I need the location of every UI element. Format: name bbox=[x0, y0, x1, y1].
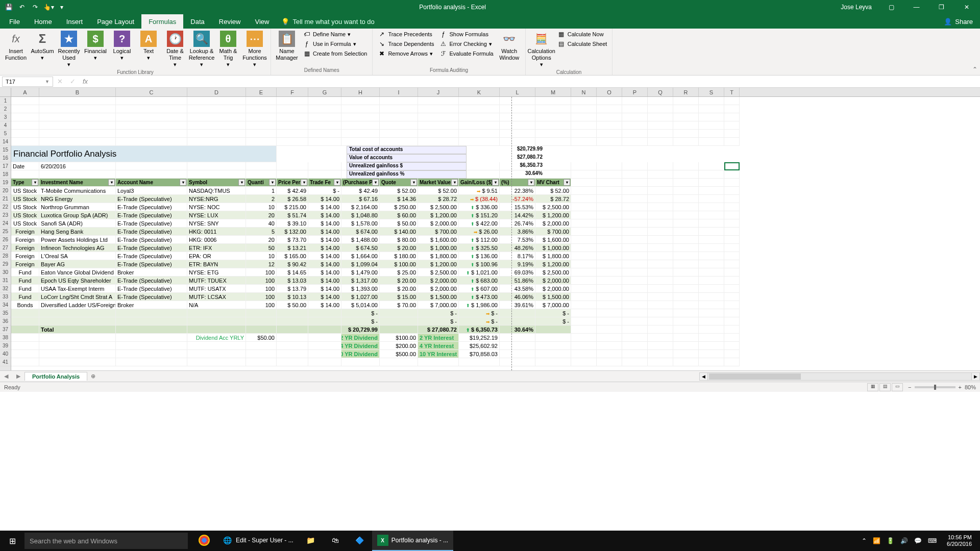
cell-quote[interactable]: $ 180.00 bbox=[380, 252, 418, 260]
cell-account[interactable]: E-Trade (Speculative) bbox=[116, 219, 187, 228]
cell-fee[interactable]: $ 14.00 bbox=[308, 277, 341, 285]
formula-input[interactable] bbox=[93, 77, 980, 87]
cell-fee[interactable]: $ - bbox=[308, 187, 341, 195]
cell-fee[interactable]: $ 14.00 bbox=[308, 236, 341, 244]
evaluate-formula-button[interactable]: ℱEvaluate Formula bbox=[437, 49, 495, 58]
filter-button[interactable]: ▾ bbox=[564, 179, 570, 186]
cell-price[interactable]: $ 51.74 bbox=[277, 211, 308, 219]
fx-icon[interactable]: fx bbox=[81, 78, 90, 85]
cell-symbol[interactable]: N/A bbox=[187, 301, 246, 309]
cell-investment[interactable]: L'Oreal SA bbox=[39, 252, 116, 260]
cell-type[interactable]: US Stock bbox=[11, 187, 39, 195]
cell-mvchart[interactable]: $ 2,000.00 bbox=[535, 219, 571, 228]
row-header[interactable]: 35 bbox=[0, 309, 11, 317]
row-header[interactable]: 37 bbox=[0, 325, 11, 334]
start-button[interactable]: ⊞ bbox=[0, 531, 24, 551]
cell-gainloss[interactable]: $ 112.00 bbox=[459, 236, 500, 244]
cell-symbol[interactable]: NYSE: ETG bbox=[187, 268, 246, 277]
proj-interest-label[interactable]: 2 YR Interest bbox=[418, 334, 459, 342]
autosum-button[interactable]: ΣAutoSum▾ bbox=[30, 30, 55, 69]
filter-button[interactable]: ▾ bbox=[372, 179, 379, 186]
text-button[interactable]: AText▾ bbox=[136, 30, 161, 69]
cell-symbol[interactable]: HKG: 0011 bbox=[187, 228, 246, 236]
cell-investment[interactable]: NRG Energy bbox=[39, 195, 116, 203]
cell-purchase[interactable]: $ 674.00 bbox=[341, 228, 380, 236]
cell-fee[interactable]: $ 14.00 bbox=[308, 219, 341, 228]
cell-quote[interactable]: $ 70.00 bbox=[380, 301, 418, 309]
row-header[interactable]: 17 bbox=[0, 162, 11, 170]
save-icon[interactable]: 💾 bbox=[3, 2, 14, 13]
zoom-level[interactable]: 80% bbox=[965, 384, 976, 390]
table-header[interactable]: Investment Name▾ bbox=[39, 179, 116, 187]
cell-purchase[interactable]: $ 2,164.00 bbox=[341, 203, 380, 211]
cell-account[interactable]: E-Trade (Speculative) bbox=[116, 285, 187, 293]
row-header[interactable]: 33 bbox=[0, 293, 11, 301]
filter-button[interactable]: ▾ bbox=[269, 179, 276, 186]
row-header[interactable]: 34 bbox=[0, 301, 11, 309]
table-header[interactable]: Quote▾ bbox=[380, 179, 418, 187]
cell-type[interactable]: Fund bbox=[11, 268, 39, 277]
cell-account[interactable]: E-Trade (Speculative) bbox=[116, 203, 187, 211]
cell-qty[interactable]: 100 bbox=[246, 301, 277, 309]
cell-pct[interactable]: 3.86% bbox=[500, 228, 535, 236]
filter-button[interactable]: ▾ bbox=[180, 179, 186, 186]
cell-type[interactable]: US Stock bbox=[11, 219, 39, 228]
row-header[interactable]: 21 bbox=[0, 195, 11, 203]
proj-interest-value[interactable]: $19,252.19 bbox=[459, 334, 500, 342]
col-header-F[interactable]: F bbox=[277, 88, 308, 96]
cell-fee[interactable]: $ 14.00 bbox=[308, 268, 341, 277]
trace-precedents-button[interactable]: ↗Trace Precedents bbox=[376, 30, 436, 39]
cell-purchase[interactable]: $ 1,488.00 bbox=[341, 236, 380, 244]
cell-type[interactable]: US Stock bbox=[11, 203, 39, 211]
tab-file[interactable]: File bbox=[2, 14, 27, 29]
cell-gainloss[interactable]: $ 422.00 bbox=[459, 219, 500, 228]
cell-quote[interactable]: $ 20.00 bbox=[380, 244, 418, 252]
cell-pct[interactable]: 51.86% bbox=[500, 277, 535, 285]
col-header-D[interactable]: D bbox=[187, 88, 246, 96]
use-in-formula-button[interactable]: ƒUse in Formula ▾ bbox=[301, 39, 369, 48]
row-header[interactable]: 1 bbox=[0, 97, 11, 105]
taskbar-chrome-window[interactable]: 🌐Edit - Super User - ... bbox=[216, 531, 299, 551]
cell-qty[interactable]: 100 bbox=[246, 285, 277, 293]
cell-investment[interactable]: LoCorr Lng/Sht Cmdt Strat A bbox=[39, 293, 116, 301]
cell-qty[interactable]: 40 bbox=[246, 219, 277, 228]
ribbon-display-icon[interactable]: ▢ bbox=[880, 0, 903, 14]
row-header[interactable]: 4 bbox=[0, 121, 11, 130]
cell-investment[interactable]: Diversified Ladder US/Foreign bbox=[39, 301, 116, 309]
cell-price[interactable]: $ 90.42 bbox=[277, 260, 308, 268]
cell-mvchart[interactable]: $ 7,000.00 bbox=[535, 301, 571, 309]
cell-quote[interactable]: $ 52.00 bbox=[380, 187, 418, 195]
date-label[interactable]: Date bbox=[11, 162, 39, 170]
cell-mv[interactable]: $ 52.00 bbox=[418, 187, 459, 195]
cell-mv[interactable]: $ 1,500.00 bbox=[418, 293, 459, 301]
cell-investment[interactable]: Infineon Technologies AG bbox=[39, 244, 116, 252]
sheet-nav-prev-icon[interactable]: ◀ bbox=[0, 373, 12, 380]
cell-mv[interactable]: $ 700.00 bbox=[418, 228, 459, 236]
table-header[interactable]: (Purchase Pric▾ bbox=[341, 179, 380, 187]
qat-customize-icon[interactable]: ▾ bbox=[56, 2, 67, 13]
tab-review[interactable]: Review bbox=[212, 14, 248, 29]
proj-dividend-value[interactable]: $500.00 bbox=[380, 350, 418, 358]
cancel-formula-icon[interactable]: ✕ bbox=[55, 78, 65, 85]
filter-button[interactable]: ▾ bbox=[108, 179, 115, 186]
filter-button[interactable]: ▾ bbox=[32, 179, 38, 186]
cell-fee[interactable]: $ 14.00 bbox=[308, 211, 341, 219]
show-formulas-button[interactable]: ƒShow Formulas bbox=[437, 30, 495, 39]
name-box[interactable]: T17▼ bbox=[2, 77, 53, 87]
cell-gainloss[interactable]: $ 9.51 bbox=[459, 187, 500, 195]
col-header-H[interactable]: H bbox=[341, 88, 380, 96]
cell-mvchart[interactable]: $ 2,500.00 bbox=[535, 268, 571, 277]
zoom-slider[interactable] bbox=[915, 386, 955, 388]
row-header[interactable]: 40 bbox=[0, 350, 11, 358]
taskbar-chrome-icon[interactable] bbox=[192, 531, 216, 551]
cell-quote[interactable]: $ 20.00 bbox=[380, 277, 418, 285]
enter-formula-icon[interactable]: ✓ bbox=[68, 78, 78, 85]
cell-mvchart[interactable]: $ 2,500.00 bbox=[535, 203, 571, 211]
cell-pct[interactable]: 26.74% bbox=[500, 219, 535, 228]
row-header[interactable]: 26 bbox=[0, 236, 11, 244]
row-header[interactable]: 18 bbox=[0, 170, 11, 179]
cell-fee[interactable]: $ 14.00 bbox=[308, 301, 341, 309]
table-header[interactable]: Symbol▾ bbox=[187, 179, 246, 187]
dividend-value[interactable]: $50.00 bbox=[246, 334, 277, 342]
cell-mv[interactable]: $ 2,000.00 bbox=[418, 277, 459, 285]
